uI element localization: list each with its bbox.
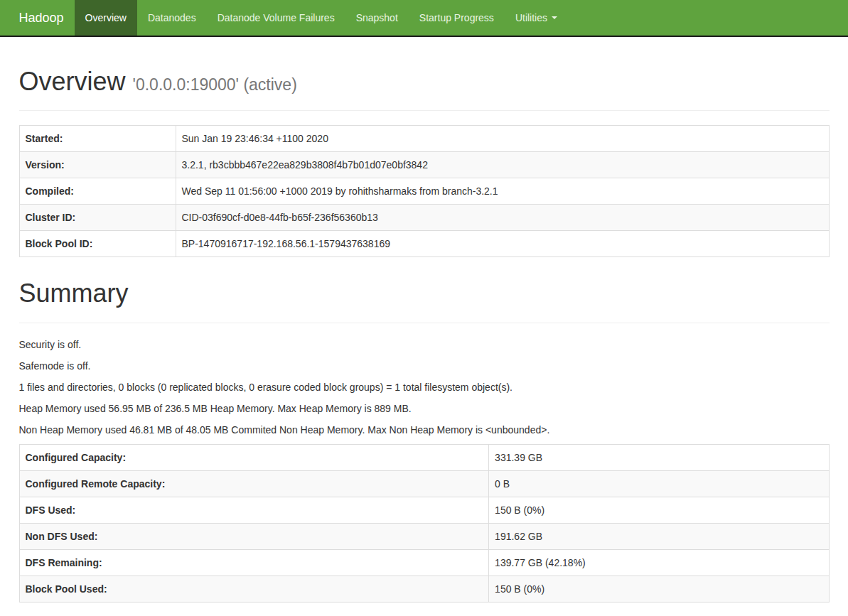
nav-item-utilities: Utilities [505,0,568,36]
row-label: Cluster ID: [19,205,176,231]
table-row: Non DFS Used: 191.62 GB [19,523,829,549]
summary-divider [19,323,830,323]
row-label: Block Pool ID: [19,231,176,257]
nav-link-label: Utilities [515,12,547,23]
summary-line: Non Heap Memory used 46.81 MB of 48.05 M… [19,423,830,437]
nav-link[interactable]: Datanode Volume Failures [207,0,345,36]
nav-link[interactable]: Datanodes [137,0,207,36]
nav-item-datanode-volume-failures: Datanode Volume Failures [207,0,345,36]
nav-item-startup-progress: Startup Progress [409,0,505,36]
title-divider [19,110,830,111]
nav-item-datanodes: Datanodes [137,0,207,36]
nav-link-label: Datanode Volume Failures [218,12,335,23]
nav-link[interactable]: Overview [75,0,137,36]
table-row: Configured Remote Capacity: 0 B [19,470,829,497]
nav-link-label: Snapshot [356,12,398,23]
table-row: Block Pool Used: 150 B (0%) [19,576,829,602]
nav-item-overview: Overview [75,0,137,36]
row-value: CID-03f690cf-d0e8-44fb-b65f-236f56360b13 [176,205,829,231]
row-value: Wed Sep 11 01:56:00 +1000 2019 by rohith… [176,178,829,205]
table-row: DFS Used: 150 B (0%) [19,497,829,523]
nav-link-label: Overview [85,12,127,23]
table-row: Configured Capacity: 331.39 GB [19,444,829,470]
page-subtitle: '0.0.0.0:19000' (active) [133,75,297,94]
chevron-down-icon [552,16,557,19]
row-label: DFS Used: [19,497,489,523]
table-row: Version: 3.2.1, rb3cbbb467e22ea829b3808f… [19,152,829,178]
nav-item-snapshot: Snapshot [345,0,409,36]
brand-link[interactable]: Hadoop [19,0,75,36]
row-value: 191.62 GB [489,523,829,549]
nav-link[interactable]: Snapshot [345,0,409,36]
row-label: Non DFS Used: [19,523,489,549]
nav-link-label: Startup Progress [419,12,494,23]
page-title: Overview '0.0.0.0:19000' (active) [19,67,830,96]
top-navbar: Hadoop Overview Datanodes Datanode Volum… [0,0,848,37]
nav-link-label: Datanodes [148,12,196,23]
row-value: 139.77 GB (42.18%) [489,549,829,576]
summary-line: Security is off. [19,337,830,352]
row-label: Block Pool Used: [19,576,489,602]
page-title-text: Overview [19,67,126,96]
row-value: Sun Jan 19 23:46:34 +1100 2020 [176,126,829,152]
table-row: Cluster ID: CID-03f690cf-d0e8-44fb-b65f-… [19,205,829,231]
row-label: DFS Remaining: [19,549,489,576]
summary-line: Heap Memory used 56.95 MB of 236.5 MB He… [19,401,830,416]
nav-link[interactable]: Utilities [505,0,568,36]
table-row: Block Pool ID: BP-1470916717-192.168.56.… [19,231,829,257]
nav-list: Overview Datanodes Datanode Volume Failu… [75,0,568,36]
summary-table: Configured Capacity: 331.39 GB Configure… [19,444,830,603]
table-row: DFS Remaining: 139.77 GB (42.18%) [19,549,829,576]
row-value: 0 B [489,470,829,497]
row-value: 3.2.1, rb3cbbb467e22ea829b3808f4b7b01d07… [176,152,829,178]
main-content: Overview '0.0.0.0:19000' (active) Starte… [9,67,840,603]
row-value: BP-1470916717-192.168.56.1-1579437638169 [176,231,829,257]
table-row: Compiled: Wed Sep 11 01:56:00 +1000 2019… [19,178,829,205]
row-label: Version: [19,152,176,178]
overview-table: Started: Sun Jan 19 23:46:34 +1100 2020 … [19,125,830,257]
row-value: 150 B (0%) [489,497,829,523]
summary-line: 1 files and directories, 0 blocks (0 rep… [19,380,830,394]
summary-line: Safemode is off. [19,359,830,373]
row-label: Started: [19,126,176,152]
row-value: 331.39 GB [489,444,829,470]
row-label: Configured Remote Capacity: [19,470,489,497]
summary-paragraphs: Security is off. Safemode is off. 1 file… [19,337,830,437]
row-label: Compiled: [19,178,176,205]
table-row: Started: Sun Jan 19 23:46:34 +1100 2020 [19,126,829,152]
row-value: 150 B (0%) [489,576,829,602]
row-label: Configured Capacity: [19,444,489,470]
nav-link[interactable]: Startup Progress [409,0,505,36]
summary-heading: Summary [19,279,830,308]
navbar-inner: Hadoop Overview Datanodes Datanode Volum… [9,0,840,36]
